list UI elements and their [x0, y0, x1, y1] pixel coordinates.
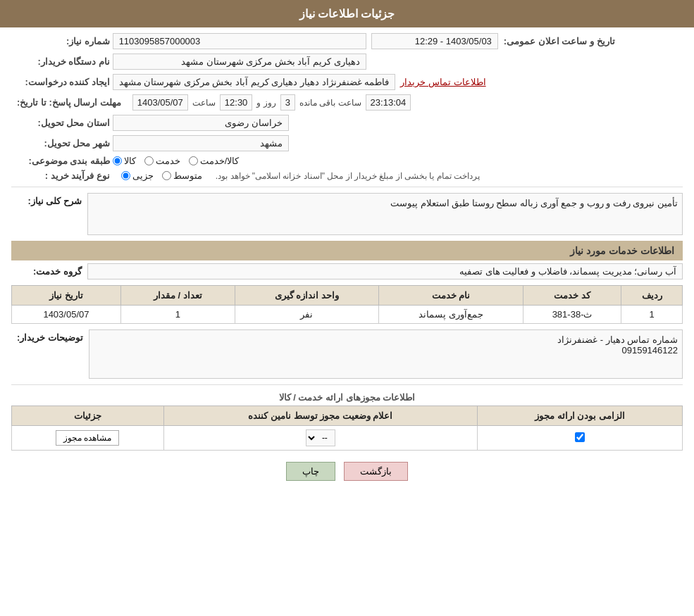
category-label: طبقه بندی موضوعی: — [11, 156, 110, 166]
need-description-label: شرح کلی نیاز: — [11, 193, 82, 206]
buyer-agency-value: دهیاری کریم آباد بخش مرکزی شهرستان مشهد — [113, 54, 366, 70]
category-kala[interactable]: کالا — [113, 156, 136, 166]
cell-quantity: 1 — [120, 306, 235, 324]
category-radio-group: کالا/خدمت خدمت کالا — [113, 156, 240, 166]
buyer-notes-label: توضیحات خریدار: — [11, 329, 83, 343]
page-wrapper: جزئیات اطلاعات نیاز تاریخ و ساعت اعلان ع… — [0, 0, 694, 616]
purchase-motavaset-label: متوسط — [173, 170, 202, 181]
purchase-type-label: نوع فرآیند خرید : — [11, 170, 110, 181]
purchase-type-row: پرداخت تمام یا بخشی از مبلغ خریدار از مح… — [11, 170, 683, 181]
col-row-num: ردیف — [621, 286, 683, 306]
license-status-select[interactable]: -- — [306, 429, 335, 446]
col-quantity: تعداد / مقدار — [120, 286, 235, 306]
footer-buttons: بازگشت چاپ — [11, 462, 683, 481]
mandatory-checkbox[interactable] — [575, 432, 585, 442]
category-kala-khedmat[interactable]: کالا/خدمت — [189, 156, 240, 166]
remaining-label: ساعت باقی مانده — [299, 98, 361, 108]
cell-service-name: جمع‌آوری پسماند — [379, 306, 523, 324]
creator-value: فاطمه غضنفرنژاد دهیار دهیاری کریم آباد ب… — [113, 74, 396, 90]
license-section-title: اطلاعات مجوزهای ارائه خدمت / کالا — [11, 392, 683, 403]
services-table: ردیف کد خدمت نام خدمت واحد اندازه گیری ت… — [11, 285, 683, 324]
purchase-type-radio-group: متوسط جزیی — [121, 170, 202, 181]
reply-deadline-label: مهلت ارسال پاسخ: تا تاریخ: — [11, 97, 121, 108]
province-label: استان محل تحویل: — [11, 118, 110, 128]
creator-row: اطلاعات تماس خریدار فاطمه غضنفرنژاد دهیا… — [11, 74, 683, 90]
license-table-header: الزامی بودن ارائه مجوز اعلام وضعیت مجوز … — [12, 406, 683, 426]
reply-deadline-row: 23:13:04 ساعت باقی مانده 3 روز و 12:30 س… — [11, 94, 683, 111]
need-description-value: تأمین نیروی رفت و روب و جمع آوری زباله س… — [390, 198, 678, 208]
cell-details: مشاهده مجوز — [12, 426, 164, 451]
table-row: 1 ث-38-381 جمع‌آوری پسماند نفر 1 1403/05… — [12, 306, 683, 324]
col-service-code: کد خدمت — [523, 286, 621, 306]
category-row: کالا/خدمت خدمت کالا طبقه بندی موضوعی: — [11, 156, 683, 166]
buyer-notes-row: شماره تماس دهیار - غضنفرنژاد 09159146122… — [11, 329, 683, 379]
license-table-body: -- مشاهده مجوز — [12, 426, 683, 451]
cell-mandatory — [478, 426, 683, 451]
cell-license-status: -- — [163, 426, 478, 451]
cell-row-num: 1 — [621, 306, 683, 324]
city-value: مشهد — [113, 135, 289, 151]
license-table: الزامی بودن ارائه مجوز اعلام وضعیت مجوز … — [11, 406, 683, 451]
days-value: 3 — [280, 94, 295, 111]
services-table-header: ردیف کد خدمت نام خدمت واحد اندازه گیری ت… — [12, 286, 683, 306]
services-section-title: اطلاعات خدمات مورد نیاز — [11, 241, 683, 260]
buyer-notes-line1: شماره تماس دهیار - غضنفرنژاد — [94, 334, 678, 345]
reply-time-label: ساعت — [192, 98, 216, 108]
divider-2 — [11, 384, 683, 385]
announcement-value: 1403/05/03 - 12:29 — [371, 33, 498, 49]
need-description-row: تأمین نیروی رفت و روب و جمع آوری زباله س… — [11, 193, 683, 235]
province-value: خراسان رضوی — [113, 115, 289, 131]
view-license-button[interactable]: مشاهده مجوز — [56, 430, 119, 446]
col-details: جزئیات — [12, 406, 164, 426]
page-title: جزئیات اطلاعات نیاز — [0, 0, 694, 27]
need-number-row: تاریخ و ساعت اعلان عمومی: 1403/05/03 - 1… — [11, 33, 683, 49]
service-group-value: آب رسانی؛ مدیریت پسماند، فاضلاب و فعالیت… — [87, 263, 683, 279]
print-button[interactable]: چاپ — [286, 462, 335, 481]
content-area: تاریخ و ساعت اعلان عمومی: 1403/05/03 - 1… — [0, 27, 694, 486]
buyer-notes-box: شماره تماس دهیار - غضنفرنژاد 09159146122 — [89, 329, 683, 379]
category-khedmat-label: خدمت — [156, 156, 180, 166]
purchase-motavaset[interactable]: متوسط — [162, 170, 202, 181]
cell-need-date: 1403/05/07 — [12, 306, 121, 324]
city-row: مشهد شهر محل تحویل: — [11, 135, 683, 151]
table-row: -- مشاهده مجوز — [12, 426, 683, 451]
need-number-label: شماره نیاز: — [11, 36, 110, 46]
purchase-jozi-label: جزیی — [132, 170, 154, 181]
need-number-value: 1103095857000003 — [113, 33, 366, 49]
category-kala-label: کالا — [124, 156, 136, 166]
buyer-agency-label: نام دستگاه خریدار: — [11, 56, 110, 67]
reply-time: 12:30 — [220, 94, 253, 111]
col-license-status: اعلام وضعیت مجوز توسط نامین کننده — [163, 406, 478, 426]
buyer-notes-line2: 09159146122 — [94, 345, 678, 356]
province-row: خراسان رضوی استان محل تحویل: — [11, 115, 683, 131]
remaining-time: 23:13:04 — [366, 94, 411, 111]
city-label: شهر محل تحویل: — [11, 138, 110, 149]
buyer-agency-row: دهیاری کریم آباد بخش مرکزی شهرستان مشهد … — [11, 54, 683, 70]
service-group-row: آب رسانی؛ مدیریت پسماند، فاضلاب و فعالیت… — [11, 263, 683, 279]
creator-label: ایجاد کننده درخواست: — [11, 77, 110, 87]
service-group-label: گروه خدمت: — [11, 266, 82, 277]
purchase-jozi[interactable]: جزیی — [121, 170, 154, 181]
days-label: روز و — [256, 98, 275, 108]
need-description-box: تأمین نیروی رفت و روب و جمع آوری زباله س… — [87, 193, 683, 235]
col-service-name: نام خدمت — [379, 286, 523, 306]
category-khedmat[interactable]: خدمت — [144, 156, 180, 166]
divider-1 — [11, 187, 683, 187]
col-unit: واحد اندازه گیری — [235, 286, 378, 306]
purchase-note: پرداخت تمام یا بخشی از مبلغ خریدار از مح… — [216, 171, 480, 181]
cell-unit: نفر — [235, 306, 378, 324]
need-description-content: تأمین نیروی رفت و روب و جمع آوری زباله س… — [87, 193, 683, 235]
category-kala-khedmat-label: کالا/خدمت — [200, 156, 240, 166]
col-mandatory: الزامی بودن ارائه مجوز — [478, 406, 683, 426]
services-table-body: 1 ث-38-381 جمع‌آوری پسماند نفر 1 1403/05… — [12, 306, 683, 324]
contact-link[interactable]: اطلاعات تماس خریدار — [400, 77, 485, 87]
announcement-label: تاریخ و ساعت اعلان عمومی: — [498, 36, 615, 46]
col-need-date: تاریخ نیاز — [12, 286, 121, 306]
back-button[interactable]: بازگشت — [344, 462, 408, 481]
reply-date: 1403/05/07 — [132, 94, 188, 111]
cell-service-code: ث-38-381 — [523, 306, 621, 324]
